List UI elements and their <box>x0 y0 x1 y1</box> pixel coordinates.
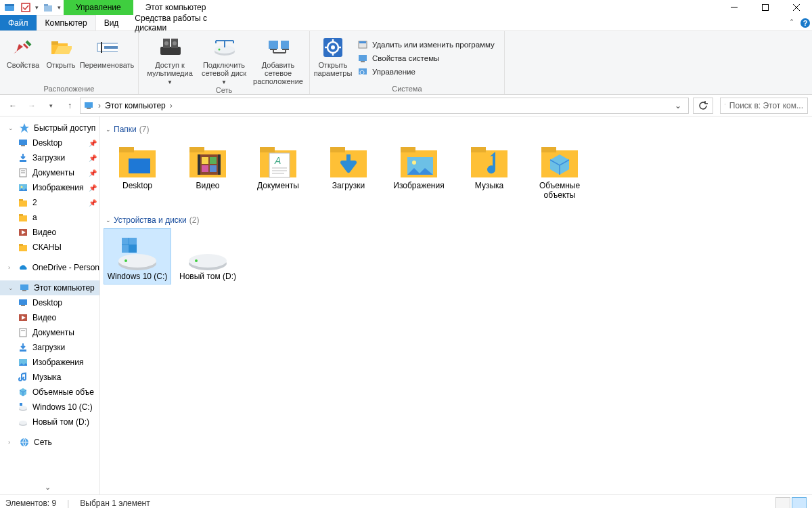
svg-rect-62 <box>19 245 27 251</box>
open-settings-button[interactable]: Открыть параметры <box>314 33 352 83</box>
svg-point-118 <box>195 259 198 262</box>
tree-desktop[interactable]: Desktop📌 <box>0 135 99 150</box>
tree-scans[interactable]: СКАНЫ <box>0 240 99 255</box>
tree-pictures[interactable]: Изображения📌 <box>0 180 99 195</box>
help-button[interactable]: ? <box>798 15 812 30</box>
tab-file[interactable]: Файл <box>0 15 37 30</box>
search-icon <box>725 101 725 110</box>
tree-pc-music[interactable]: Музыка <box>0 370 99 385</box>
add-net-location-button[interactable]: Добавить сетевое расположение <box>251 33 305 86</box>
ribbon: Свойства Открыть Переименовать Расположе… <box>0 31 812 95</box>
svg-rect-1 <box>5 4 14 6</box>
svg-rect-57 <box>19 199 23 201</box>
open-settings-label: Открыть параметры <box>314 61 353 77</box>
qat-properties-button[interactable] <box>19 1 32 14</box>
tree-this-pc[interactable]: ⌄ Этот компьютер <box>0 280 99 295</box>
content-pane[interactable]: ⌄ Папки (7) Desktop Видео A Документы За… <box>100 117 812 494</box>
app-icon[interactable] <box>3 1 16 14</box>
system-properties-link[interactable]: Свойства системы <box>357 53 495 64</box>
details-view-button[interactable] <box>775 497 790 509</box>
open-button[interactable]: Открыть <box>42 33 80 83</box>
qat-dropdown[interactable]: ▾ <box>58 4 61 11</box>
tab-disk-tools[interactable]: Средства работы с дисками <box>127 15 224 30</box>
item-music[interactable]: Музыка <box>456 138 522 203</box>
qat-new-folder-button[interactable] <box>41 1 55 14</box>
close-button[interactable] <box>781 0 812 15</box>
item-desktop[interactable]: Desktop <box>104 138 171 203</box>
tree-onedrive[interactable]: › OneDrive - Person <box>0 260 99 275</box>
address-bar[interactable]: › Этот компьютер › ⌄ <box>80 98 689 114</box>
tree-pc-c-drive[interactable]: Windows 10 (C:) <box>0 400 99 415</box>
pin-icon: 📌 <box>89 199 97 207</box>
uninstall-programs-link[interactable]: Удалить или изменить программу <box>357 39 495 50</box>
item-drive-c[interactable]: Windows 10 (C:) <box>104 229 171 284</box>
ribbon-collapse-button[interactable]: ˄ <box>785 15 798 30</box>
tree-folder-2[interactable]: 2📌 <box>0 195 99 210</box>
icons-view-button[interactable] <box>792 497 807 509</box>
tree-downloads[interactable]: Загрузки📌 <box>0 150 99 165</box>
tab-view[interactable]: Вид <box>96 15 127 30</box>
svg-rect-85 <box>198 154 221 175</box>
minimize-button[interactable] <box>719 0 750 15</box>
section-drives[interactable]: ⌄ Устройства и диски (2) <box>106 215 808 225</box>
view-switcher <box>775 497 807 509</box>
tree-video[interactable]: Видео <box>0 225 99 240</box>
refresh-button[interactable] <box>693 98 713 114</box>
svg-text:?: ? <box>803 19 808 27</box>
section-folders[interactable]: ⌄ Папки (7) <box>106 125 808 134</box>
item-documents[interactable]: A Документы <box>245 138 311 203</box>
tree-quick-access[interactable]: ⌄ Быстрый доступ <box>0 121 99 135</box>
item-drive-d[interactable]: Новый том (D:) <box>175 229 241 284</box>
rename-button[interactable]: Переименовать <box>80 33 134 83</box>
tree-pc-downloads[interactable]: Загрузки <box>0 340 99 355</box>
media-access-button[interactable]: Доступ к мультимедиа▼ <box>143 33 197 86</box>
manage-link[interactable]: Управление <box>357 66 495 77</box>
sysprops-label: Свойства системы <box>372 54 439 62</box>
status-item-count: Элементов: 9 <box>5 499 56 508</box>
tree-pc-3dobjects[interactable]: Объемные объе <box>0 385 99 400</box>
address-dropdown[interactable]: ⌄ <box>671 101 685 110</box>
navigation-tree[interactable]: ⌄ Быстрый доступ Desktop📌 Загрузки📌 Доку… <box>0 117 100 494</box>
this-pc-icon <box>83 100 94 111</box>
svg-rect-100 <box>330 147 345 152</box>
tree-documents[interactable]: Документы📌 <box>0 165 99 180</box>
svg-rect-105 <box>471 150 508 177</box>
forward-button[interactable]: → <box>23 97 41 114</box>
svg-rect-4 <box>44 4 48 6</box>
open-label: Открыть <box>46 61 75 69</box>
breadcrumb-sep-2[interactable]: › <box>170 101 173 110</box>
search-input[interactable]: Поиск в: Этот ком... <box>720 98 808 114</box>
quick-access-toolbar: ▾ ▾ <box>0 0 64 15</box>
properties-button[interactable]: Свойства <box>4 33 42 83</box>
svg-rect-108 <box>541 147 556 152</box>
tab-computer[interactable]: Компьютер <box>37 15 96 30</box>
breadcrumb-this-pc[interactable]: Этот компьютер <box>105 101 166 110</box>
maximize-button[interactable] <box>750 0 781 15</box>
pin-icon: 📌 <box>89 154 97 162</box>
item-video[interactable]: Видео <box>175 138 241 203</box>
tree-pc-desktop[interactable]: Desktop <box>0 295 99 310</box>
svg-rect-39 <box>359 41 366 43</box>
map-drive-button[interactable]: Подключить сетевой диск▼ <box>197 33 251 86</box>
svg-point-33 <box>331 45 335 49</box>
svg-rect-93 <box>260 147 275 152</box>
tree-pc-d-drive[interactable]: Новый том (D:) <box>0 415 99 429</box>
item-pictures[interactable]: Изображения <box>386 138 452 203</box>
tree-network[interactable]: › Сеть <box>0 435 99 450</box>
svg-rect-26 <box>270 49 277 50</box>
tree-pc-documents[interactable]: Документы <box>0 325 99 340</box>
svg-rect-88 <box>202 157 208 164</box>
svg-rect-41 <box>361 61 365 62</box>
tree-folder-a[interactable]: a <box>0 210 99 225</box>
tree-scroll-indicator[interactable]: ⌄ <box>45 483 51 492</box>
item-3d-objects[interactable]: Объемные объекты <box>526 138 593 203</box>
back-button[interactable]: ← <box>4 97 22 114</box>
recent-dropdown[interactable]: ▾ <box>42 97 60 114</box>
tree-pc-video[interactable]: Видео <box>0 310 99 325</box>
svg-rect-113 <box>122 238 129 245</box>
breadcrumb-sep[interactable]: › <box>98 101 101 110</box>
up-button[interactable]: ↑ <box>61 97 78 114</box>
tree-pc-pictures[interactable]: Изображения <box>0 355 99 370</box>
item-downloads[interactable]: Загрузки <box>315 138 382 203</box>
svg-rect-6 <box>763 5 769 11</box>
